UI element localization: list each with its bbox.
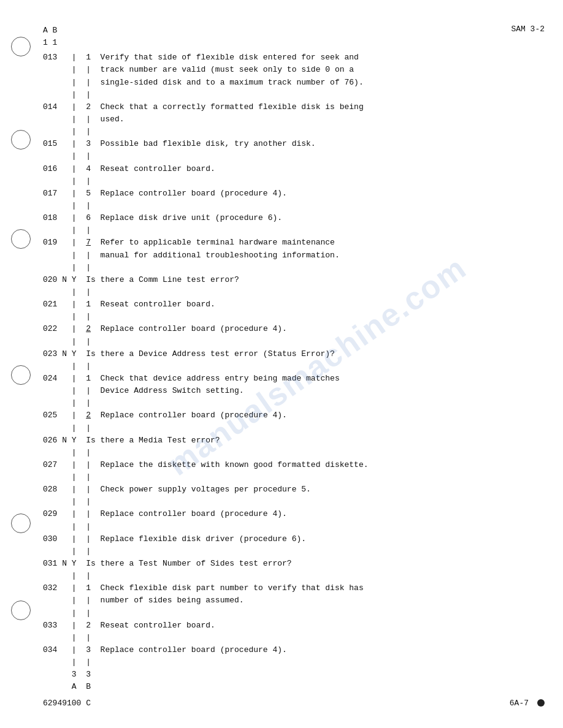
- footer-left-text: 62949100 C: [43, 699, 91, 708]
- document-body: 013 | 1 Verify that side of flexible dis…: [43, 51, 545, 693]
- footer-page-num: 6A-7: [510, 699, 529, 708]
- left-margin-circles: [11, 0, 31, 728]
- margin-circle-6: [11, 601, 31, 620]
- sam-label: SAM 3-2: [511, 25, 545, 34]
- page-header: A B 1 1 SAM 3-2: [43, 25, 545, 49]
- margin-circle-3: [11, 229, 31, 249]
- margin-circle-4: [11, 365, 31, 385]
- page-footer: 62949100 C 6A-7: [43, 699, 545, 708]
- margin-circle-5: [11, 514, 31, 533]
- page: manualsmachine.com A B 1 1 SAM 3-2 013 |…: [0, 0, 563, 728]
- margin-circle-1: [11, 37, 31, 56]
- main-content: A B 1 1 SAM 3-2 013 | 1 Verify that side…: [43, 25, 545, 708]
- footer-right: 6A-7: [510, 699, 545, 708]
- footer-bullet: [537, 699, 545, 707]
- ab-header-label: A B 1 1: [43, 25, 57, 49]
- margin-circle-2: [11, 130, 31, 150]
